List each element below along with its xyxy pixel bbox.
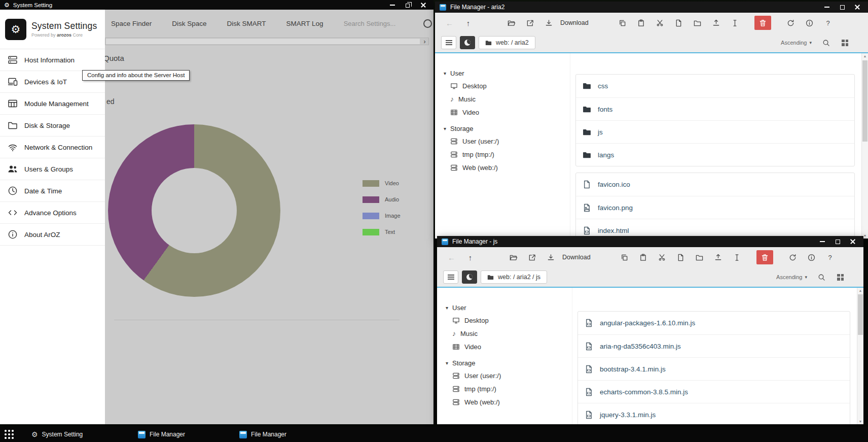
close-button[interactable] <box>850 2 865 13</box>
scroll-up-arrow-icon[interactable]: ▲ <box>857 289 863 292</box>
dark-mode-button[interactable] <box>460 36 475 49</box>
menu-button[interactable] <box>443 270 458 284</box>
new-file-button[interactable] <box>670 16 687 30</box>
close-icon[interactable] <box>420 2 426 8</box>
open-folder-button[interactable] <box>505 250 522 264</box>
tab-disk-smart[interactable]: Disk SMART <box>227 20 266 27</box>
minimize-button[interactable] <box>819 2 835 13</box>
scroll-right-arrow-icon[interactable]: › <box>421 38 428 45</box>
file-row[interactable]: css <box>576 75 854 97</box>
file-row[interactable]: bootstrap-3.4.1.min.js <box>578 357 850 380</box>
delete-button[interactable] <box>756 250 773 264</box>
restore-icon[interactable] <box>406 4 410 8</box>
help-button[interactable]: ? <box>820 16 837 30</box>
file-row[interactable]: js <box>576 120 854 143</box>
fm-titlebar[interactable]: File Manager - js <box>437 236 863 247</box>
sidebar-item-disk-storage[interactable]: Disk & Storage <box>0 115 105 137</box>
tree-item-tmp-drive[interactable]: tmp (tmp:/) <box>452 382 572 395</box>
up-button[interactable]: ↑ <box>460 16 477 30</box>
copy-button[interactable] <box>614 16 631 30</box>
open-new-window-button[interactable] <box>522 16 538 30</box>
tree-item-video[interactable]: Video <box>450 106 570 119</box>
sort-order-dropdown[interactable]: Ascending ▾ <box>781 40 812 46</box>
tree-item-web-drive[interactable]: Web (web:/) <box>450 161 570 174</box>
grid-view-button[interactable] <box>842 40 848 46</box>
download-button[interactable] <box>542 250 559 264</box>
paste-button[interactable] <box>635 250 652 264</box>
maximize-button[interactable] <box>830 236 845 247</box>
refresh-button[interactable] <box>782 16 799 30</box>
tree-item-tmp-drive[interactable]: tmp (tmp:/) <box>450 148 570 161</box>
new-folder-button[interactable] <box>691 250 708 264</box>
file-row[interactable]: echarts-common-3.8.5.min.js <box>578 380 850 403</box>
delete-button[interactable] <box>754 16 771 30</box>
new-file-button[interactable] <box>672 250 689 264</box>
back-button[interactable]: ← <box>443 250 460 264</box>
open-new-window-button[interactable] <box>524 250 540 264</box>
scroll-down-arrow-icon[interactable]: ▼ <box>857 420 863 423</box>
sidebar-item-about-aroz[interactable]: About ArOZ <box>0 224 105 246</box>
file-row[interactable]: fonts <box>576 97 854 120</box>
circle-icon[interactable] <box>423 19 432 28</box>
fm-titlebar[interactable]: File Manager - aria2 <box>435 2 868 13</box>
taskbar-item-file-manager-1[interactable]: File Manager <box>138 427 185 442</box>
tab-disk-space[interactable]: Disk Space <box>172 20 206 27</box>
copy-button[interactable] <box>616 250 633 264</box>
tabs-horizontal-scrollbar[interactable]: › <box>105 38 429 45</box>
tree-item-user-drive[interactable]: User (user:/) <box>452 369 572 382</box>
tab-space-finder[interactable]: Space Finder <box>111 20 152 27</box>
tree-section-user[interactable]: ▾ User <box>446 301 572 314</box>
tree-item-video[interactable]: Video <box>452 340 572 353</box>
grid-view-button[interactable] <box>837 274 844 281</box>
download-label[interactable]: Download <box>559 19 596 26</box>
refresh-button[interactable] <box>784 250 801 264</box>
sidebar-item-module-management[interactable]: Module Management <box>0 93 105 115</box>
rename-button[interactable] <box>727 16 743 30</box>
file-row[interactable]: aria-ng-da5356c403.min.js <box>578 334 850 357</box>
sidebar-item-advance-options[interactable]: Advance Options <box>0 202 105 224</box>
vertical-scrollbar[interactable]: ▲ ▼ <box>857 288 863 424</box>
sidebar-item-network-connection[interactable]: Network & Connection <box>0 137 105 158</box>
close-button[interactable] <box>845 236 860 247</box>
sort-order-dropdown[interactable]: Ascending ▾ <box>776 274 807 280</box>
file-row[interactable]: favicon.ico <box>576 173 854 196</box>
paste-button[interactable] <box>633 16 649 30</box>
open-folder-button[interactable] <box>503 16 520 30</box>
up-button[interactable]: ↑ <box>462 250 479 264</box>
search-button[interactable] <box>818 274 825 281</box>
maximize-button[interactable] <box>835 2 850 13</box>
tree-item-music[interactable]: ♪Music <box>452 327 572 340</box>
tree-item-desktop[interactable]: Desktop <box>450 79 570 92</box>
scrollbar-thumb[interactable] <box>858 294 863 335</box>
taskbar-item-system-setting[interactable]: ⚙ System Setting <box>31 427 83 442</box>
scroll-up-arrow-icon[interactable]: ▲ <box>862 54 868 58</box>
new-folder-button[interactable] <box>689 16 706 30</box>
info-button[interactable] <box>803 250 820 264</box>
tree-item-user-drive[interactable]: User (user:/) <box>450 134 570 148</box>
info-button[interactable] <box>801 16 818 30</box>
scrollbar-thumb[interactable] <box>106 39 420 44</box>
minimize-icon[interactable] <box>390 5 395 6</box>
rename-button[interactable] <box>729 250 745 264</box>
sidebar-item-host-information[interactable]: Host Information <box>0 49 105 71</box>
vertical-scrollbar[interactable]: ▲ ▼ <box>861 53 868 239</box>
cut-button[interactable] <box>654 250 670 264</box>
search-settings-input[interactable] <box>344 20 420 27</box>
sidebar-item-users-groups[interactable]: Users & Groups <box>0 158 105 180</box>
breadcrumb[interactable]: web: / aria2 / js <box>481 270 547 284</box>
file-row[interactable]: jquery-3.3.1.min.js <box>578 403 850 424</box>
back-button[interactable]: ← <box>441 16 458 30</box>
download-label[interactable]: Download <box>561 254 598 261</box>
sidebar-item-date-time[interactable]: Date & Time <box>0 180 105 202</box>
file-row[interactable]: langs <box>576 143 854 166</box>
dark-mode-button[interactable] <box>462 270 477 284</box>
menu-button[interactable] <box>441 36 456 49</box>
tree-item-music[interactable]: ♪Music <box>450 92 570 106</box>
search-button[interactable] <box>822 39 830 47</box>
apps-grid-icon[interactable] <box>5 430 14 439</box>
upload-button[interactable] <box>708 16 725 30</box>
tree-item-web-drive[interactable]: Web (web:/) <box>452 395 572 409</box>
help-button[interactable]: ? <box>822 250 839 264</box>
taskbar-item-file-manager-2[interactable]: File Manager <box>239 427 286 442</box>
cut-button[interactable] <box>652 16 668 30</box>
